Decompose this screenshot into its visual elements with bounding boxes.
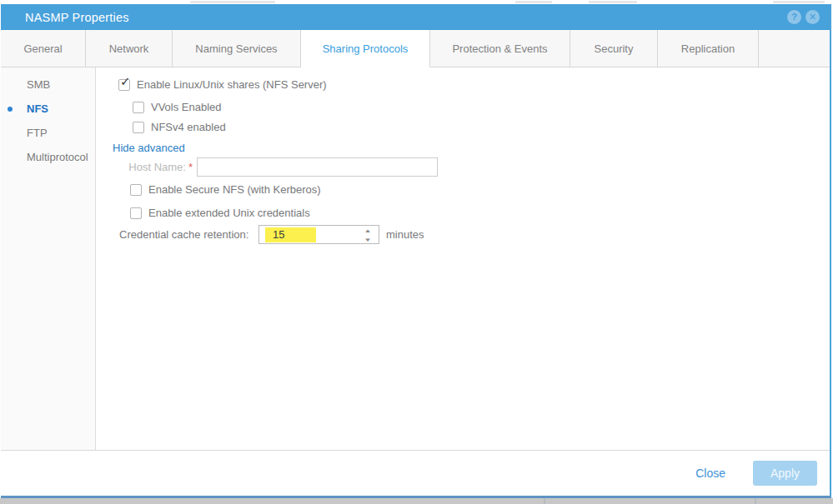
- spinner-down-icon[interactable]: ▼: [364, 237, 372, 242]
- dialog-body: SMB NFS FTP Multiprotocol ✓ Enable Linux…: [1, 67, 830, 450]
- extended-unix-label: Enable extended Unix credentials: [148, 207, 310, 219]
- tab-bar-filler: [759, 30, 830, 67]
- vvols-row: VVols Enabled: [133, 101, 222, 113]
- nfs-settings-panel: ✓ Enable Linux/Unix shares (NFS Server) …: [96, 67, 830, 450]
- minutes-unit-label: minutes: [386, 228, 424, 241]
- background-artifact: [773, 1, 825, 3]
- background-artifact: [515, 1, 552, 3]
- dialog-title: NASMP Properties: [25, 11, 129, 24]
- nfsv4-checkbox[interactable]: [133, 122, 144, 133]
- tab-bar: General Network Naming Services Sharing …: [1, 30, 830, 67]
- tab-general[interactable]: General: [1, 30, 86, 67]
- sidebar-item-ftp[interactable]: FTP: [1, 121, 95, 145]
- background-artifact: [190, 1, 275, 3]
- host-name-input[interactable]: [197, 157, 438, 177]
- nasmp-properties-dialog: NASMP Properties ? ✕ General Network Nam…: [1, 4, 831, 498]
- tab-naming-services[interactable]: Naming Services: [173, 30, 301, 67]
- spinner-up-icon[interactable]: ▲: [364, 228, 372, 233]
- tab-replication[interactable]: Replication: [658, 30, 759, 67]
- enable-nfs-row: ✓ Enable Linux/Unix shares (NFS Server): [118, 78, 327, 91]
- required-asterisk: *: [188, 161, 193, 173]
- background-page-strip: [0, 498, 833, 504]
- advanced-toggle-row: Hide advanced: [113, 142, 185, 154]
- host-name-label: Host Name:*: [96, 161, 193, 173]
- extended-unix-checkbox[interactable]: [130, 207, 142, 219]
- spinner-arrows: ▲ ▼: [363, 228, 373, 242]
- enable-nfs-label: Enable Linux/Unix shares (NFS Server): [137, 78, 327, 91]
- background-artifact: [589, 1, 637, 3]
- vvols-checkbox[interactable]: [133, 102, 144, 113]
- secure-nfs-row: Enable Secure NFS (with Kerberos): [130, 183, 321, 196]
- dialog-footer: Close Apply: [1, 450, 830, 496]
- tab-protection-events[interactable]: Protection & Events: [430, 30, 570, 67]
- sidebar-item-nfs[interactable]: NFS: [1, 97, 95, 121]
- sidebar-item-smb[interactable]: SMB: [1, 72, 95, 97]
- protocol-sidebar: SMB NFS FTP Multiprotocol: [1, 67, 96, 450]
- cache-retention-spinner[interactable]: 15 ▲ ▼: [258, 225, 379, 244]
- cache-retention-row: Credential cache retention: 15 ▲ ▼ minut…: [119, 225, 424, 244]
- checkmark-icon: ✓: [120, 75, 131, 87]
- cache-retention-value[interactable]: 15: [265, 227, 316, 242]
- help-icon[interactable]: ?: [787, 10, 801, 24]
- nfsv4-label: NFSv4 enabled: [151, 121, 226, 133]
- tab-network[interactable]: Network: [86, 30, 173, 67]
- selected-bullet-icon: [8, 107, 13, 112]
- hide-advanced-link[interactable]: Hide advanced: [113, 142, 185, 154]
- page-background: NASMP Properties ? ✕ General Network Nam…: [0, 0, 833, 504]
- secure-nfs-label: Enable Secure NFS (with Kerberos): [148, 183, 321, 196]
- background-artifact: [544, 498, 545, 504]
- sidebar-item-label: NFS: [27, 102, 48, 115]
- cache-retention-label: Credential cache retention:: [119, 228, 258, 241]
- apply-button[interactable]: Apply: [753, 461, 817, 486]
- tab-sharing-protocols[interactable]: Sharing Protocols: [301, 30, 430, 67]
- sidebar-item-multiprotocol[interactable]: Multiprotocol: [1, 145, 95, 169]
- tab-security[interactable]: Security: [570, 30, 658, 67]
- enable-nfs-checkbox[interactable]: ✓: [118, 79, 130, 91]
- host-name-row: Host Name:*: [96, 157, 438, 177]
- background-artifact: [755, 498, 756, 504]
- secure-nfs-checkbox[interactable]: [130, 184, 142, 196]
- close-icon[interactable]: ✕: [805, 10, 820, 24]
- dialog-titlebar: NASMP Properties ? ✕: [1, 4, 830, 30]
- vvols-label: VVols Enabled: [151, 101, 222, 113]
- nfsv4-row: NFSv4 enabled: [133, 121, 226, 133]
- close-button[interactable]: Close: [695, 467, 725, 480]
- extended-unix-row: Enable extended Unix credentials: [130, 207, 310, 219]
